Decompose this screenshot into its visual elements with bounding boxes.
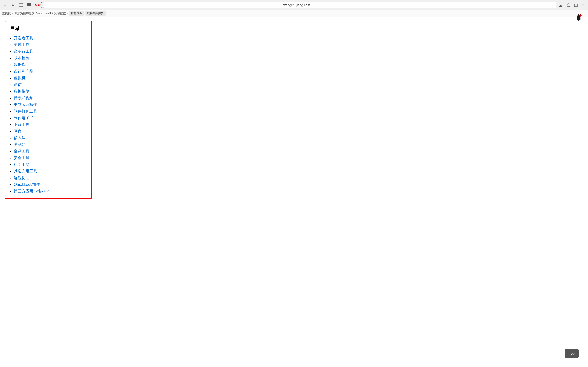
toc-link-9[interactable]: 音频和视频 xyxy=(14,95,33,100)
back-button[interactable]: ◀ xyxy=(2,2,8,8)
toc-link-21[interactable]: 远程协助 xyxy=(14,175,29,181)
reload-button[interactable]: ↻ xyxy=(549,3,554,7)
toc-list-item: 命令行工具 xyxy=(10,48,87,55)
toc-link-7[interactable]: 通信 xyxy=(14,82,22,87)
toc-link-18[interactable]: 安全工具 xyxy=(14,155,29,160)
reader-mode-button[interactable] xyxy=(26,2,32,8)
toc-link-22[interactable]: QuickLook插件 xyxy=(14,182,40,187)
toc-list-item: 书签阅读写作 xyxy=(10,101,87,108)
toolbar-right: + xyxy=(558,2,586,8)
toc-list-item: 数据恢复 xyxy=(10,88,87,95)
toc-link-0[interactable]: 开发者工具 xyxy=(14,35,33,41)
svg-rect-0 xyxy=(19,3,23,7)
page-content: 目录 开发者工具测试工具命令行工具版本控制数据库设计和产品虚拟机通信数据恢复音频… xyxy=(0,17,184,203)
toc-link-23[interactable]: 第三方应用市场APP xyxy=(14,189,49,194)
share-button[interactable] xyxy=(565,2,571,8)
toc-link-2[interactable]: 命令行工具 xyxy=(14,49,33,54)
toc-list: 开发者工具测试工具命令行工具版本控制数据库设计和产品虚拟机通信数据恢复音频和视频… xyxy=(10,35,87,194)
toc-link-11[interactable]: 软件打包工具 xyxy=(14,109,37,114)
url-text: wangchujiang.com xyxy=(46,3,548,7)
toc-link-10[interactable]: 书签阅读写作 xyxy=(14,102,37,107)
toc-list-item: 下载工具 xyxy=(10,121,87,128)
tabs-button[interactable] xyxy=(572,2,579,8)
sidebar-button[interactable] xyxy=(17,2,24,8)
toc-link-20[interactable]: 其它实用工具 xyxy=(14,168,37,174)
toc-list-item: 版本控制 xyxy=(10,55,87,61)
toc-list-item: 数据库 xyxy=(10,61,87,68)
toc-link-16[interactable]: 浏览器 xyxy=(14,142,26,147)
breadcrumb-text: 查找技术博客的精华版的 Awesome list 的超链接 › xyxy=(2,11,68,16)
broken-links-button[interactable]: 链接失效报告 xyxy=(85,11,105,16)
toc-link-3[interactable]: 版本控制 xyxy=(14,55,29,61)
svg-rect-10 xyxy=(574,4,578,7)
toc-link-12[interactable]: 制作电子书 xyxy=(14,115,33,121)
toc-link-13[interactable]: 下载工具 xyxy=(14,122,29,127)
toc-list-item: 制作电子书 xyxy=(10,115,87,121)
toc-link-8[interactable]: 数据恢复 xyxy=(14,89,29,94)
toc-title: 目录 xyxy=(10,25,87,32)
svg-rect-9 xyxy=(574,3,577,6)
toc-list-item: 通信 xyxy=(10,81,87,88)
browser-chrome: ◀ ▶ ABP wangchujiang.com ↻ + xyxy=(0,0,588,10)
toc-list-item: 翻译工具 xyxy=(10,148,87,155)
toc-list-item: 浏览器 xyxy=(10,141,87,148)
notification-bell[interactable] xyxy=(573,12,584,24)
svg-rect-2 xyxy=(27,3,29,4)
toc-link-19[interactable]: 科学上网 xyxy=(14,162,29,167)
download-button[interactable] xyxy=(558,2,564,8)
toc-list-item: 软件打包工具 xyxy=(10,108,87,115)
toc-list-item: 音频和视频 xyxy=(10,95,87,101)
address-bar[interactable]: wangchujiang.com ↻ xyxy=(43,2,556,8)
toc-link-5[interactable]: 设计和产品 xyxy=(14,69,33,74)
new-tab-button[interactable]: + xyxy=(580,2,586,8)
toc-link-17[interactable]: 翻译工具 xyxy=(14,149,29,154)
toc-list-item: 其它实用工具 xyxy=(10,168,87,175)
svg-rect-6 xyxy=(29,4,31,5)
toc-list-item: QuickLook插件 xyxy=(10,181,87,188)
toc-box: 目录 开发者工具测试工具命令行工具版本控制数据库设计和产品虚拟机通信数据恢复音频… xyxy=(5,21,92,199)
toc-list-item: 远程协助 xyxy=(10,175,87,181)
toc-link-4[interactable]: 数据库 xyxy=(14,62,26,67)
forward-button[interactable]: ▶ xyxy=(10,2,16,8)
svg-rect-3 xyxy=(27,4,29,5)
toc-list-item: 测试工具 xyxy=(10,41,87,48)
svg-rect-11 xyxy=(578,20,579,22)
toc-list-item: 开发者工具 xyxy=(10,35,87,41)
top-button[interactable]: Top xyxy=(564,349,579,358)
svg-rect-4 xyxy=(27,5,29,6)
toc-list-item: 科学上网 xyxy=(10,161,87,168)
svg-rect-8 xyxy=(559,6,562,7)
breadcrumb-area: 查找技术博客的精华版的 Awesome list 的超链接 › 推荐软件 链接失… xyxy=(0,10,588,17)
toc-list-item: 设计和产品 xyxy=(10,68,87,75)
toc-link-15[interactable]: 输入法 xyxy=(14,135,26,141)
toc-link-6[interactable]: 虚拟机 xyxy=(14,75,26,81)
toc-link-14[interactable]: 网盘 xyxy=(14,129,22,134)
recommend-software-button[interactable]: 推荐软件 xyxy=(69,11,84,16)
toc-list-item: 网盘 xyxy=(10,128,87,134)
toc-list-item: 安全工具 xyxy=(10,155,87,161)
svg-rect-7 xyxy=(29,5,31,6)
toc-list-item: 虚拟机 xyxy=(10,75,87,81)
svg-rect-5 xyxy=(29,3,31,4)
abp-button[interactable]: ABP xyxy=(34,2,42,8)
toc-list-item: 输入法 xyxy=(10,134,87,141)
svg-point-12 xyxy=(579,15,581,17)
toc-list-item: 第三方应用市场APP xyxy=(10,188,87,194)
toc-link-1[interactable]: 测试工具 xyxy=(14,42,29,47)
